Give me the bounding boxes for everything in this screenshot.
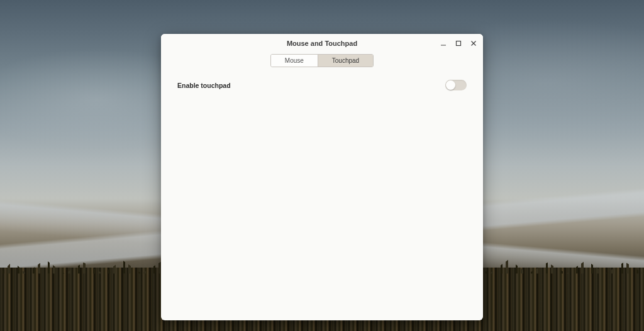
enable-touchpad-label: Enable touchpad [177,82,231,89]
minimize-icon [440,40,447,46]
tab-group: Mouse Touchpad [270,54,374,67]
close-button[interactable] [469,39,478,48]
tab-bar: Mouse Touchpad [161,53,483,71]
maximize-icon [455,40,462,46]
tab-mouse[interactable]: Mouse [271,55,318,67]
settings-window: Mouse and Touchpad Mouse Touchpad Enable… [161,34,483,320]
window-controls [439,34,478,53]
close-icon [470,40,477,46]
settings-content: Enable touchpad [161,71,483,320]
enable-touchpad-row: Enable touchpad [177,80,467,90]
tab-touchpad[interactable]: Touchpad [318,55,373,67]
maximize-button[interactable] [454,39,463,48]
window-title: Mouse and Touchpad [287,40,357,47]
svg-rect-1 [457,41,461,46]
toggle-knob [446,80,455,90]
window-titlebar[interactable]: Mouse and Touchpad [161,34,483,53]
enable-touchpad-toggle[interactable] [445,80,467,90]
minimize-button[interactable] [439,39,448,48]
